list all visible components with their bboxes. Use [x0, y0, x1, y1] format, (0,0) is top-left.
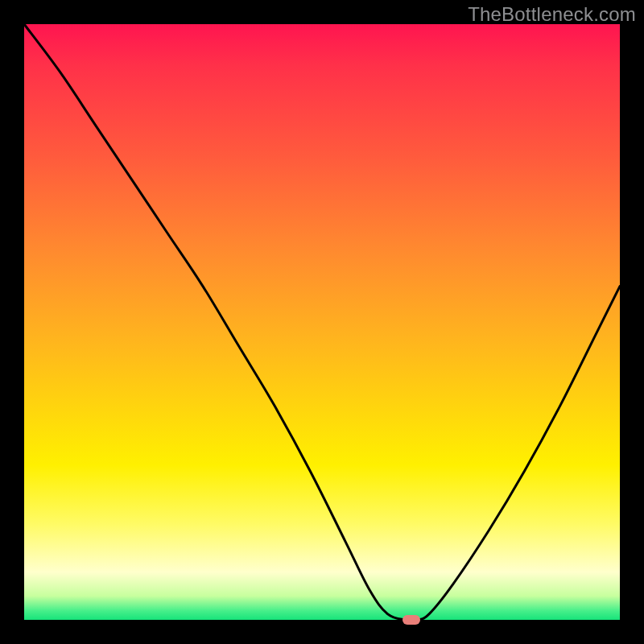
- bottleneck-curve-svg: [24, 24, 620, 620]
- plot-area: [24, 24, 620, 620]
- chart-frame: TheBottleneck.com: [0, 0, 644, 644]
- bottleneck-curve-path: [24, 24, 620, 621]
- minimum-marker: [402, 615, 420, 625]
- watermark-text: TheBottleneck.com: [468, 3, 636, 26]
